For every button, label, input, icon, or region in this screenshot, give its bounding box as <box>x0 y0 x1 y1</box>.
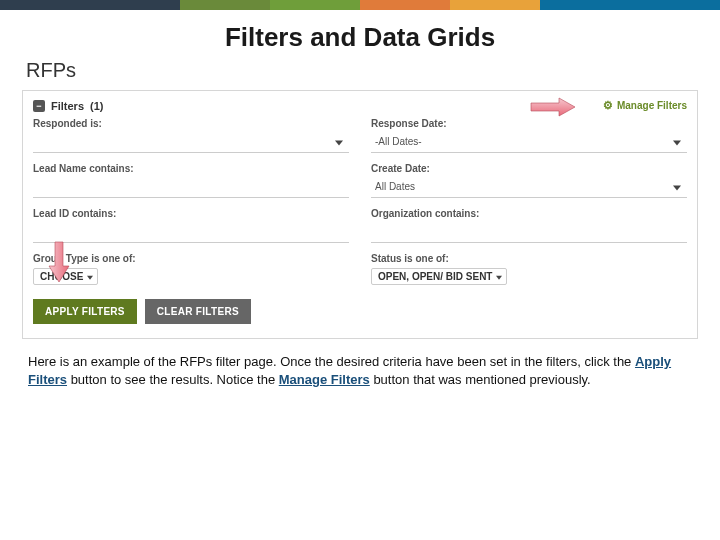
lead-id-input[interactable] <box>33 221 349 243</box>
field-label: Group Type is one of: <box>33 253 349 264</box>
manage-filters-button[interactable]: ⚙ Manage Filters <box>603 99 687 112</box>
field-create-date: Create Date: All Dates <box>371 163 687 198</box>
field-lead-id: Lead ID contains: <box>33 208 349 243</box>
field-label: Lead Name contains: <box>33 163 349 174</box>
field-label: Responded is: <box>33 118 349 129</box>
response-date-dropdown[interactable]: -All Dates- <box>371 131 687 153</box>
organization-input[interactable] <box>371 221 687 243</box>
apply-filters-button[interactable]: APPLY FILTERS <box>33 299 137 324</box>
field-lead-name: Lead Name contains: <box>33 163 349 198</box>
field-label: Response Date: <box>371 118 687 129</box>
field-label: Status is one of: <box>371 253 687 264</box>
filters-panel: − Filters (1) ⚙ Manage Filters Responded… <box>22 90 698 339</box>
field-status: Status is one of: OPEN, OPEN/ BID SENT <box>371 253 687 285</box>
field-label: Organization contains: <box>371 208 687 219</box>
slide-title: Filters and Data Grids <box>22 22 698 53</box>
page-heading: RFPs <box>26 59 698 82</box>
field-label: Lead ID contains: <box>33 208 349 219</box>
caption-text: Here is an example of the RFPs filter pa… <box>28 353 692 388</box>
panel-title: Filters <box>51 100 84 112</box>
lead-name-input[interactable] <box>33 176 349 198</box>
field-organization: Organization contains: <box>371 208 687 243</box>
gear-icon: ⚙ <box>603 99 613 112</box>
field-group-type: Group Type is one of: CHOOSE <box>33 253 349 285</box>
callout-arrow-down-icon <box>47 240 71 284</box>
status-select[interactable]: OPEN, OPEN/ BID SENT <box>371 268 507 285</box>
manage-filters-label: Manage Filters <box>617 100 687 111</box>
field-response-date: Response Date: -All Dates- <box>371 118 687 153</box>
brand-stripe <box>0 0 720 10</box>
manage-filters-link: Manage Filters <box>279 372 370 387</box>
clear-filters-button[interactable]: CLEAR FILTERS <box>145 299 251 324</box>
create-date-dropdown[interactable]: All Dates <box>371 176 687 198</box>
field-label: Create Date: <box>371 163 687 174</box>
field-responded-is: Responded is: <box>33 118 349 153</box>
callout-arrow-right-icon <box>529 97 577 117</box>
responded-dropdown[interactable] <box>33 131 349 153</box>
panel-count: (1) <box>90 100 103 112</box>
collapse-icon[interactable]: − <box>33 100 45 112</box>
